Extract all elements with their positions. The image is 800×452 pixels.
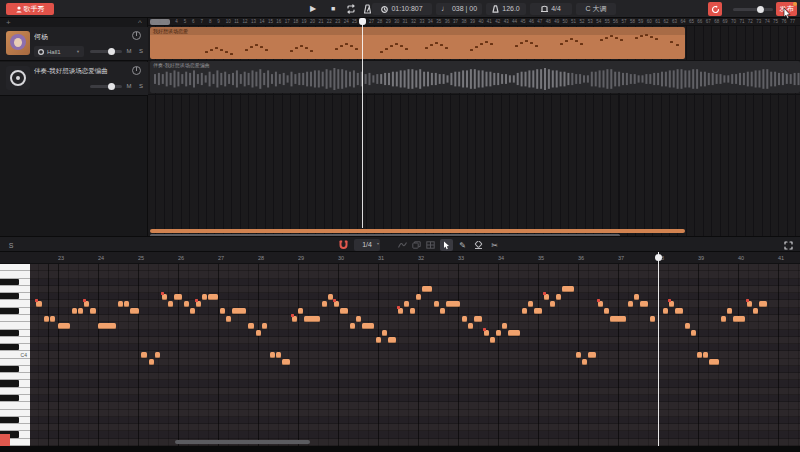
grid-tool[interactable] xyxy=(424,239,436,251)
midi-note[interactable] xyxy=(709,359,719,365)
white-key[interactable] xyxy=(0,300,30,307)
white-key[interactable] xyxy=(0,373,30,380)
audio-clip[interactable]: 伴奏-我好想谈场恋爱编曲 xyxy=(150,61,800,93)
track2-solo-button[interactable]: S xyxy=(136,82,146,91)
midi-note[interactable] xyxy=(697,352,702,358)
key-display[interactable]: C 大调 xyxy=(576,3,616,15)
midi-note[interactable] xyxy=(334,301,339,307)
midi-note[interactable] xyxy=(675,308,683,314)
midi-note[interactable] xyxy=(130,308,139,314)
track2-name[interactable]: 伴奏-我好想谈场恋爱编曲 xyxy=(34,67,126,76)
midi-note[interactable] xyxy=(534,308,542,314)
midi-note[interactable] xyxy=(78,308,83,314)
midi-note[interactable] xyxy=(398,308,403,314)
midi-note[interactable] xyxy=(556,294,561,300)
vocal-avatar[interactable] xyxy=(6,31,30,55)
scissors-tool-button[interactable]: ✂ xyxy=(488,239,501,251)
arrange-playhead-pin[interactable] xyxy=(359,18,366,25)
midi-note[interactable] xyxy=(508,330,520,336)
midi-note[interactable] xyxy=(162,294,167,300)
track1-preset-dropdown[interactable]: Hall1 ▼ xyxy=(34,46,84,57)
midi-note[interactable] xyxy=(350,323,355,329)
collapse-panel-button[interactable]: ^ xyxy=(138,18,142,27)
midi-note[interactable] xyxy=(528,301,533,307)
time-display[interactable]: 01:10:807 xyxy=(372,3,432,15)
midi-note[interactable] xyxy=(446,301,460,307)
track-row-vocal[interactable]: 何杨 Hall1 ▼ M S xyxy=(0,27,148,61)
midi-note[interactable] xyxy=(691,330,696,336)
track2-mute-button[interactable]: M xyxy=(124,82,134,91)
midi-note[interactable] xyxy=(562,286,574,292)
midi-note[interactable] xyxy=(202,294,207,300)
track2-volume-slider[interactable] xyxy=(90,85,122,88)
midi-note[interactable] xyxy=(721,316,726,322)
midi-note[interactable] xyxy=(388,337,396,343)
midi-note[interactable] xyxy=(759,301,767,307)
track1-volume-knob[interactable] xyxy=(108,48,115,55)
midi-note[interactable] xyxy=(84,301,89,307)
midi-note[interactable] xyxy=(276,352,281,358)
midi-note[interactable] xyxy=(168,301,173,307)
midi-note[interactable] xyxy=(141,352,147,358)
midi-note[interactable] xyxy=(248,323,254,329)
midi-note[interactable] xyxy=(50,316,55,322)
stop-button[interactable]: ■ xyxy=(326,2,340,16)
accompaniment-icon[interactable] xyxy=(6,66,30,90)
midi-note[interactable] xyxy=(576,352,581,358)
midi-note[interactable] xyxy=(220,308,225,314)
black-key[interactable] xyxy=(0,330,19,336)
midi-note[interactable] xyxy=(598,301,603,307)
scroll-lock-button[interactable]: S xyxy=(6,239,16,251)
pianoroll-ruler[interactable]: 23242526272829303132333435363738394041 xyxy=(0,252,800,264)
expand-editor-button[interactable] xyxy=(782,239,795,251)
pitch-curve-tool[interactable] xyxy=(396,239,408,251)
track1-pan-knob[interactable] xyxy=(132,31,141,40)
midi-note[interactable] xyxy=(298,308,303,314)
white-key[interactable] xyxy=(0,424,30,431)
white-key[interactable] xyxy=(0,388,30,395)
track2-pan-knob[interactable] xyxy=(132,66,141,75)
midi-note[interactable] xyxy=(155,352,160,358)
midi-note[interactable] xyxy=(628,301,633,307)
midi-note[interactable] xyxy=(490,337,495,343)
midi-note[interactable] xyxy=(118,301,123,307)
white-key[interactable] xyxy=(0,322,30,329)
eraser-tool-button[interactable] xyxy=(472,239,485,251)
white-key[interactable] xyxy=(0,402,30,409)
midi-note[interactable] xyxy=(582,359,587,365)
white-key[interactable] xyxy=(0,315,30,322)
midi-note[interactable] xyxy=(322,301,327,307)
midi-note[interactable] xyxy=(376,337,381,343)
midi-note[interactable] xyxy=(727,308,732,314)
midi-note[interactable] xyxy=(634,294,639,300)
midi-note[interactable] xyxy=(522,308,527,314)
midi-note[interactable] xyxy=(149,359,154,365)
track-row-accompaniment[interactable]: 伴奏-我好想谈场恋爱编曲 M S xyxy=(0,62,148,96)
midi-note[interactable] xyxy=(256,330,261,336)
midi-note[interactable] xyxy=(362,323,374,329)
pianoroll-grid[interactable] xyxy=(30,264,800,446)
midi-note[interactable] xyxy=(753,308,758,314)
midi-note[interactable] xyxy=(440,308,445,314)
black-key[interactable] xyxy=(0,279,19,285)
midi-note[interactable] xyxy=(90,308,96,314)
white-key[interactable] xyxy=(0,337,30,344)
midi-note[interactable] xyxy=(550,301,555,307)
track1-mute-button[interactable]: M xyxy=(124,47,134,56)
duplicate-tool[interactable] xyxy=(410,239,422,251)
midi-note[interactable] xyxy=(663,308,668,314)
track1-name[interactable]: 何杨 xyxy=(34,32,126,42)
midi-note[interactable] xyxy=(98,323,116,329)
pencil-tool-button[interactable]: ✎ xyxy=(456,239,469,251)
midi-note[interactable] xyxy=(124,301,129,307)
midi-note[interactable] xyxy=(685,323,690,329)
volume-knob[interactable] xyxy=(757,6,764,13)
midi-note[interactable] xyxy=(502,323,507,329)
midi-note[interactable] xyxy=(474,316,482,322)
track1-solo-button[interactable]: S xyxy=(136,47,146,56)
black-key[interactable] xyxy=(0,308,19,314)
black-key[interactable] xyxy=(0,366,19,372)
midi-note[interactable] xyxy=(422,286,432,292)
black-key[interactable] xyxy=(0,380,19,386)
midi-note[interactable] xyxy=(340,308,348,314)
